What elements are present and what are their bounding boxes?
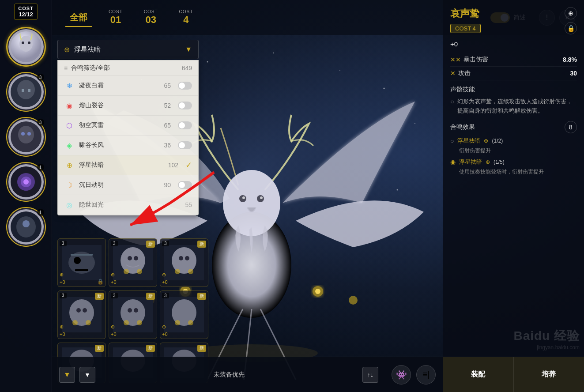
card-plus-2-1: +0 — [60, 332, 65, 337]
resonate-section: 合鸣效果 8 ○ 浮星祛暗 ⊕ (1/2) 衍射伤害提升 ◉ 浮星祛暗 ⊕ (1… — [450, 121, 577, 176]
sidebar-avatar-2[interactable]: 3 — [6, 72, 46, 112]
card-badge-2-2: 新 — [146, 293, 155, 300]
sort-order-button[interactable]: ↑↓ — [362, 367, 378, 383]
dropdown-item-all-name: 合鸣筛选/全部 — [71, 64, 178, 72]
stat-icon-1: ✕✕ — [450, 56, 461, 63]
cost-value: 12/12 — [18, 11, 34, 18]
item-toggle-2[interactable] — [178, 102, 192, 109]
card-num-2-3: 3 — [162, 293, 169, 298]
card-1-2[interactable]: 新 3 ⊕ +0 — [109, 238, 157, 287]
card-plus-2-2: +0 — [111, 332, 117, 337]
card-2-2[interactable]: 新 3 ⊕ +0 — [109, 290, 157, 339]
svg-point-51 — [124, 269, 129, 274]
dropdown-item-2[interactable]: ◉ 熔山裂谷 52 — [58, 96, 198, 116]
item-check-icon: ✓ — [185, 160, 192, 170]
card-2-1[interactable]: 新 3 ⊕ +0 — [57, 290, 106, 339]
dropdown-item-4[interactable]: ◈ 啸谷长风 36 — [58, 136, 198, 155]
resonate-section-title: 合鸣效果 — [450, 123, 475, 131]
monster-icon-1[interactable]: 👾 — [392, 365, 411, 384]
filter-icon: ≡ — [64, 64, 68, 72]
item-toggle-3[interactable] — [178, 121, 192, 129]
svg-point-56 — [185, 256, 189, 260]
card-2-3[interactable]: 新 3 ⊕ +0 — [160, 290, 208, 339]
sidebar-avatar-active[interactable] — [6, 27, 46, 67]
item-icon-5: ⊕ — [64, 160, 75, 170]
sidebar-avatar-5[interactable]: 1 — [6, 207, 46, 247]
stat-row-1: ✕✕ 暴击伤害 8.8% — [450, 53, 577, 67]
baidu-url-text: jingyan.baidu.com — [537, 344, 580, 351]
item-icon-4: ◈ — [64, 140, 75, 151]
nav-tab-01[interactable]: COST 01 — [100, 6, 132, 29]
filter-button[interactable]: ▼ — [59, 367, 75, 383]
lock-icon-btn[interactable]: 🔒 — [565, 22, 577, 34]
item-toggle-6[interactable] — [178, 181, 192, 189]
card-cost-1-3: ⊕ — [162, 272, 166, 278]
equip-button[interactable]: 装配 — [443, 357, 514, 392]
resonate-title-row: 合鸣效果 8 — [450, 121, 577, 133]
skill-section-title: 声骸技能 — [450, 86, 577, 94]
dropdown-item-1[interactable]: ❄ 凝夜白霜 65 — [58, 76, 198, 96]
dropdown-item-all[interactable]: ≡ 合鸣筛选/全部 649 — [58, 60, 198, 76]
avatar-image-active — [8, 29, 44, 64]
bottom-action-area: 装配 培养 — [443, 357, 584, 392]
nav-tab-all[interactable]: 全部 — [61, 8, 96, 27]
card-cost-2-3: ⊕ — [162, 324, 166, 330]
svg-point-68 — [134, 308, 138, 313]
item-toggle-1[interactable] — [178, 82, 192, 90]
svg-point-24 — [19, 36, 33, 52]
resonate-desc-1: 衍射伤害提升 — [450, 147, 577, 155]
dropdown-trigger-icon: ⊕ — [64, 45, 70, 54]
item-count-1: 65 — [158, 82, 171, 89]
card-cost-1-1: ⊕ — [60, 272, 64, 278]
card-grid-row2: 新 3 ⊕ +0 新 — [57, 290, 208, 339]
card-badge-2-1: 新 — [95, 293, 104, 300]
dropdown-item-3[interactable]: ⬡ 彻空冥雷 65 — [58, 116, 198, 136]
svg-point-49 — [128, 256, 132, 260]
resonate-desc-2: 使用技奏技能登场时，衍射伤害提升 — [450, 168, 577, 176]
svg-point-32 — [18, 126, 34, 143]
monster-icon-2[interactable]: ≡| — [416, 365, 436, 384]
sort-button[interactable]: ▼ — [79, 367, 95, 383]
right-panel-title: 哀声鸷 — [450, 7, 481, 20]
stat-icon-2: ✕ — [450, 70, 456, 77]
nav-tab-all-label: 全部 — [70, 11, 87, 23]
card-num-2-2: 3 — [111, 293, 118, 298]
svg-point-34 — [27, 132, 31, 136]
sidebar-avatar-3[interactable]: 3 — [6, 117, 46, 157]
stat-name-2: 攻击 — [458, 69, 570, 77]
nav-tab-04[interactable]: COST 4 — [170, 6, 202, 29]
card-num-1-1: 3 — [60, 241, 67, 246]
resonate-icon-btn[interactable]: 8 — [565, 121, 577, 133]
resonate-row-1: ○ 浮星祛暗 ⊕ (1/2) — [450, 137, 577, 145]
item-icon-1: ❄ — [64, 80, 75, 91]
nav-tab-03[interactable]: COST 03 — [135, 6, 167, 29]
dropdown-trigger[interactable]: ⊕ 浮星祛暗 ▼ — [57, 40, 199, 59]
dropdown-arrow-icon: ▼ — [185, 45, 192, 53]
svg-point-57 — [175, 269, 180, 274]
svg-rect-29 — [22, 89, 24, 92]
nav-tab-04-num: 4 — [183, 14, 188, 26]
train-button[interactable]: 培养 — [514, 357, 584, 392]
svg-point-62 — [83, 308, 87, 313]
target-icon-btn[interactable]: ⊕ — [565, 7, 577, 19]
svg-point-73 — [175, 320, 180, 325]
plus-zero-text: +0 — [450, 40, 577, 48]
item-name-3: 彻空冥雷 — [79, 121, 153, 129]
item-toggle-4[interactable] — [178, 141, 192, 149]
cost-display: COST 12/12 — [14, 4, 38, 20]
dropdown-item-7[interactable]: ◎ 隐世回光 55 — [58, 195, 198, 215]
dropdown-item-5[interactable]: ⊕ 浮星祛暗 102 ✓ — [58, 155, 198, 175]
svg-point-70 — [137, 320, 142, 325]
item-count-6: 90 — [158, 181, 171, 188]
svg-point-44 — [74, 257, 81, 264]
item-icon-3: ⬡ — [64, 120, 75, 131]
item-name-2: 熔山裂谷 — [79, 102, 153, 109]
card-1-3[interactable]: 新 3 ⊕ +0 — [160, 238, 208, 287]
resonate-bullet-2: ◉ — [450, 158, 456, 166]
bottom-sort-label: 未装备优先 — [100, 371, 358, 379]
svg-point-48 — [121, 247, 145, 274]
sidebar-avatar-4[interactable]: 1 — [6, 162, 46, 202]
dropdown-list: ≡ 合鸣筛选/全部 649 ❄ 凝夜白霜 65 ◉ 熔山裂谷 52 — [57, 60, 199, 215]
dropdown-item-6[interactable]: ☽ 沉日劫明 90 — [58, 175, 198, 195]
card-1-1[interactable]: 3 ⊕ +0 🔒 — [57, 238, 106, 287]
